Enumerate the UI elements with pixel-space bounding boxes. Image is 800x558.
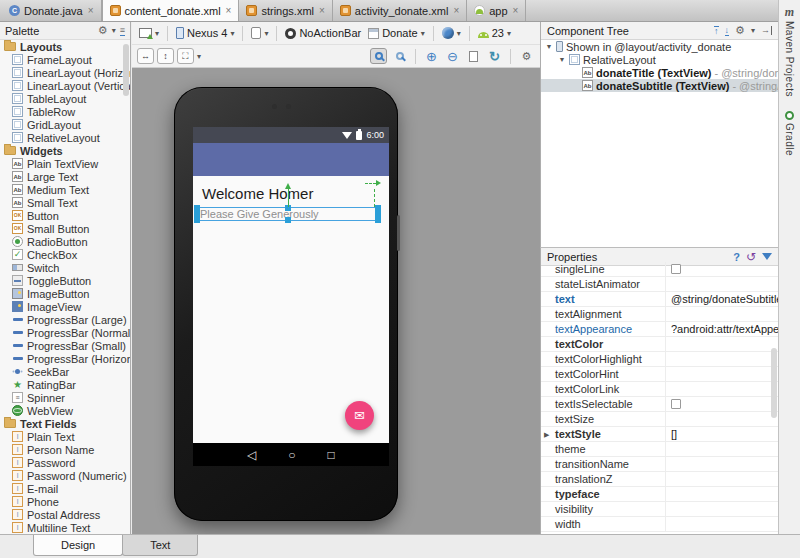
device-selector[interactable]: Nexus 4▾: [174, 26, 236, 40]
property-value-cell[interactable]: []: [666, 427, 778, 441]
help-icon[interactable]: ?: [733, 251, 740, 263]
selected-textview[interactable]: Please Give Generously: [196, 207, 379, 221]
zoom-out-button[interactable]: ⊖: [444, 48, 461, 64]
property-row-textcolor[interactable]: textColor: [541, 337, 778, 352]
property-value-cell[interactable]: [666, 412, 778, 426]
gear-icon[interactable]: ⚙: [735, 24, 745, 37]
property-value-cell[interactable]: [666, 472, 778, 486]
filter-icon[interactable]: [762, 253, 772, 260]
property-row-textsize[interactable]: textSize: [541, 412, 778, 427]
close-icon[interactable]: ×: [513, 5, 519, 16]
checkbox[interactable]: [671, 399, 681, 409]
tree-row-donatetitle[interactable]: donateTitle (TextView) - @string/donateT…: [541, 66, 778, 79]
fit-height-button[interactable]: ↕: [157, 48, 174, 64]
palette-item-progressbar-horizontal[interactable]: ProgressBar (Horizontal): [0, 352, 130, 365]
palette-item-multiline-text[interactable]: Multiline Text: [0, 521, 130, 534]
property-value-cell[interactable]: [666, 487, 778, 501]
palette-item-phone[interactable]: Phone: [0, 495, 130, 508]
design-canvas[interactable]: 6:00 Welcome Homer Please Give Generousl…: [132, 68, 540, 534]
editor-mode-tab-design[interactable]: Design: [33, 535, 123, 556]
expand-arrow-icon[interactable]: ▼: [558, 56, 566, 63]
activity-selector[interactable]: Donate▾: [366, 26, 427, 40]
property-row-translationz[interactable]: translationZ: [541, 472, 778, 487]
palette-item-relativelayout[interactable]: RelativeLayout: [0, 131, 130, 144]
palette-scrollbar[interactable]: [123, 44, 129, 96]
palette-item-postal-address[interactable]: Postal Address: [0, 508, 130, 521]
settings-button[interactable]: ⚙: [518, 48, 535, 64]
palette-item-linearlayout-horizontal[interactable]: LinearLayout (Horizontal): [0, 66, 130, 79]
palette-item-webview[interactable]: WebView: [0, 404, 130, 417]
palette-section-text-fields[interactable]: Text Fields: [0, 417, 130, 430]
render-options-button[interactable]: ▾: [137, 27, 161, 39]
palette-item-large-text[interactable]: Large Text: [0, 170, 130, 183]
property-value-cell[interactable]: [666, 517, 778, 531]
hide-panel-icon[interactable]: →: [761, 26, 772, 35]
property-value-cell[interactable]: [666, 262, 778, 276]
property-row-text[interactable]: text@string/donateSubtitle: [541, 292, 778, 307]
palette-item-progressbar-small[interactable]: ProgressBar (Small): [0, 339, 130, 352]
property-value-cell[interactable]: [666, 277, 778, 291]
palette-item-seekbar[interactable]: SeekBar: [0, 365, 130, 378]
close-icon[interactable]: ×: [88, 5, 94, 16]
locale-selector[interactable]: ▾: [440, 26, 463, 40]
api-level-selector[interactable]: 23▾: [476, 26, 513, 40]
orientation-selector[interactable]: ▾: [249, 26, 270, 40]
zoom-100-button[interactable]: [391, 48, 408, 64]
editor-tab-app[interactable]: app×: [467, 0, 526, 21]
palette-item-togglebutton[interactable]: ToggleButton: [0, 274, 130, 287]
collapse-all-icon[interactable]: ↓: [725, 26, 730, 36]
palette-item-progressbar-large[interactable]: ProgressBar (Large): [0, 313, 130, 326]
property-value-cell[interactable]: [666, 457, 778, 471]
palette-item-tablerow[interactable]: TableRow: [0, 105, 130, 118]
palette-item-imageview[interactable]: ImageView: [0, 300, 130, 313]
resize-handle[interactable]: [285, 217, 291, 223]
property-row-theme[interactable]: theme: [541, 442, 778, 457]
palette-item-button[interactable]: Button: [0, 209, 130, 222]
palette-item-password[interactable]: Password: [0, 456, 130, 469]
close-icon[interactable]: ×: [319, 5, 325, 16]
property-value-cell[interactable]: [666, 397, 778, 411]
property-row-transitionname[interactable]: transitionName: [541, 457, 778, 472]
chevron-down-icon[interactable]: ▾: [197, 52, 201, 61]
property-row-textappearance[interactable]: textAppearance?android:attr/textAppearan…: [541, 322, 778, 337]
fab-button[interactable]: ✉: [345, 401, 374, 430]
property-row-textcolorlink[interactable]: textColorLink: [541, 382, 778, 397]
palette-item-person-name[interactable]: Person Name: [0, 443, 130, 456]
property-row-textalignment[interactable]: textAlignment: [541, 307, 778, 322]
property-row-statelistanimator[interactable]: stateListAnimator: [541, 277, 778, 292]
palette-item-linearlayout-vertical[interactable]: LinearLayout (Vertical): [0, 79, 130, 92]
property-row-width[interactable]: width: [541, 517, 778, 532]
palette-item-framelayout[interactable]: FrameLayout: [0, 53, 130, 66]
palette-item-medium-text[interactable]: Medium Text: [0, 183, 130, 196]
property-value-cell[interactable]: [666, 337, 778, 351]
close-icon[interactable]: ×: [453, 5, 459, 16]
fit-width-button[interactable]: ↔: [137, 48, 154, 64]
property-row-typeface[interactable]: typeface: [541, 487, 778, 502]
property-value-cell[interactable]: ?android:attr/textAppearance: [666, 322, 778, 336]
property-value-cell[interactable]: [666, 442, 778, 456]
property-row-textcolorhighlight[interactable]: textColorHighlight: [541, 352, 778, 367]
property-row-singleline[interactable]: singleLine: [541, 262, 778, 277]
palette-section-widgets[interactable]: Widgets: [0, 144, 130, 157]
resize-handle[interactable]: [375, 217, 381, 223]
property-value-cell[interactable]: [666, 382, 778, 396]
tree-row-relativelayout[interactable]: ▼RelativeLayout: [541, 53, 778, 66]
editor-tab-donate-java[interactable]: Donate.java×: [2, 0, 102, 21]
palette-item-radiobutton[interactable]: RadioButton: [0, 235, 130, 248]
expand-arrow-icon[interactable]: ▼: [545, 43, 553, 50]
zoom-actual-button[interactable]: [370, 48, 387, 64]
palette-item-plain-textview[interactable]: Plain TextView: [0, 157, 130, 170]
property-value-cell[interactable]: [666, 307, 778, 321]
palette-item-imagebutton[interactable]: ImageButton: [0, 287, 130, 300]
fit-screen-button[interactable]: ⛶: [177, 48, 194, 64]
property-row-textcolorhint[interactable]: textColorHint: [541, 367, 778, 382]
checkbox[interactable]: [671, 264, 681, 274]
palette-item-plain-text[interactable]: Plain Text: [0, 430, 130, 443]
gear-icon[interactable]: ⚙: [98, 24, 108, 37]
palette-item-switch[interactable]: Switch: [0, 261, 130, 274]
palette-item-ratingbar[interactable]: RatingBar: [0, 378, 130, 391]
preview-title-textview[interactable]: Welcome Homer: [202, 185, 313, 202]
property-row-textisselectable[interactable]: textIsSelectable: [541, 397, 778, 412]
palette-item-password-numeric[interactable]: Password (Numeric): [0, 469, 130, 482]
editor-tab-strings-xml[interactable]: strings.xml×: [239, 0, 332, 21]
